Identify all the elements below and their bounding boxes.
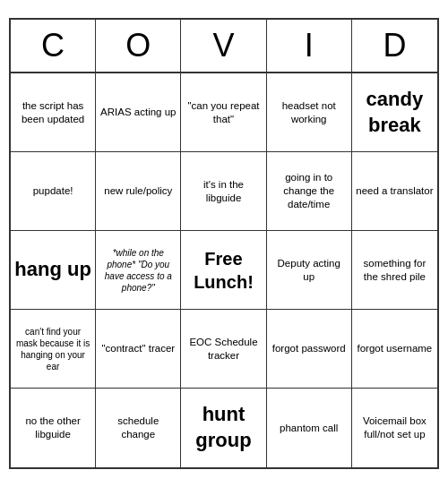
bingo-cell-17[interactable]: EOC Schedule tracker — [181, 310, 266, 389]
bingo-cell-12[interactable]: Free Lunch! — [181, 231, 266, 310]
bingo-cell-13[interactable]: Deputy acting up — [267, 231, 352, 310]
header-D: D — [352, 20, 437, 72]
bingo-cell-0[interactable]: the script has been updated — [11, 73, 96, 152]
bingo-cell-15[interactable]: can't find your mask because it is hangi… — [11, 310, 96, 389]
bingo-cell-1[interactable]: ARIAS acting up — [96, 73, 181, 152]
bingo-cell-11[interactable]: *while on the phone* "Do you have access… — [96, 231, 181, 310]
bingo-cell-7[interactable]: it's in the libguide — [181, 152, 266, 231]
bingo-cell-10[interactable]: hang up — [11, 231, 96, 310]
header-row: COVID — [11, 20, 437, 73]
bingo-card: COVID the script has been updatedARIAS a… — [9, 18, 439, 469]
bingo-cell-22[interactable]: hunt group — [181, 389, 266, 467]
bingo-cell-8[interactable]: going in to change the date/time — [267, 152, 352, 231]
bingo-cell-21[interactable]: schedule change — [96, 389, 181, 467]
bingo-cell-14[interactable]: something for the shred pile — [352, 231, 437, 310]
bingo-cell-23[interactable]: phantom call — [267, 389, 352, 467]
bingo-cell-18[interactable]: forgot password — [267, 310, 352, 389]
bingo-cell-9[interactable]: need a translator — [352, 152, 437, 231]
bingo-cell-19[interactable]: forgot username — [352, 310, 437, 389]
header-I: I — [267, 20, 352, 72]
header-V: V — [181, 20, 266, 72]
header-C: C — [11, 20, 96, 72]
bingo-cell-16[interactable]: "contract" tracer — [96, 310, 181, 389]
bingo-cell-5[interactable]: pupdate! — [11, 152, 96, 231]
bingo-cell-3[interactable]: headset not working — [267, 73, 352, 152]
bingo-cell-24[interactable]: Voicemail box full/not set up — [352, 389, 437, 467]
bingo-cell-20[interactable]: no the other libguide — [11, 389, 96, 467]
bingo-cell-4[interactable]: candy break — [352, 73, 437, 152]
bingo-grid: the script has been updatedARIAS acting … — [11, 73, 437, 467]
header-O: O — [96, 20, 181, 72]
bingo-cell-2[interactable]: "can you repeat that" — [181, 73, 266, 152]
bingo-cell-6[interactable]: new rule/policy — [96, 152, 181, 231]
